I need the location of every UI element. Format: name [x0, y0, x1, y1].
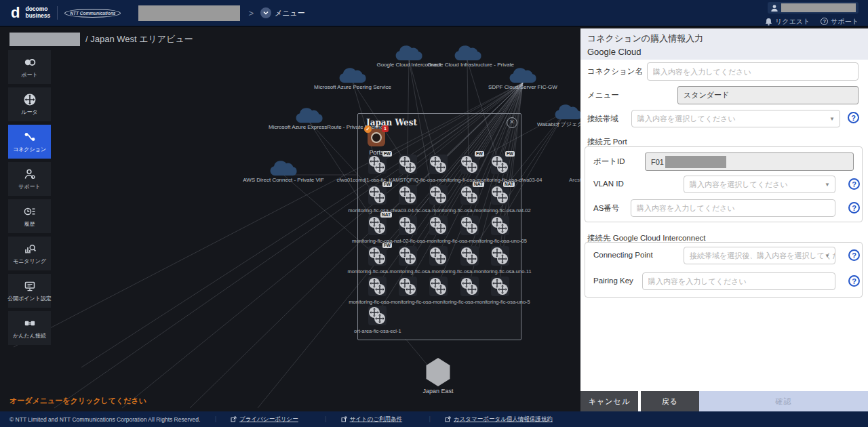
- personal-info-link[interactable]: カスタマーポータル個人情報保護規約: [445, 415, 553, 424]
- check-badge: ✓: [364, 125, 372, 133]
- as-number-label: AS番号: [593, 203, 619, 214]
- history-icon: [23, 205, 37, 218]
- connection-name-label: コネクション名: [587, 66, 643, 77]
- close-icon[interactable]: ✕: [507, 117, 517, 128]
- network-node[interactable]: [460, 277, 479, 296]
- docomo-business-logo: d docomo business: [11, 6, 50, 20]
- vlan-id-help-icon[interactable]: ?: [848, 178, 860, 190]
- back-button[interactable]: 戻る: [641, 391, 699, 411]
- privacy-policy-link[interactable]: プライバシーポリシー: [231, 415, 298, 424]
- cloud-oracle-private[interactable]: Oracle Cloud Infrastructure - Private: [427, 43, 509, 68]
- app-footer: © NTT Limited and NTT Communications Cor…: [0, 411, 868, 427]
- network-node[interactable]: [368, 277, 387, 296]
- menu-button[interactable]: メニュー: [260, 7, 305, 18]
- region-japan-west: Japan West ✕ ✓ 1 Ports FWFWFWcfwa01comdj…: [357, 113, 521, 340]
- japan-east-label: Japan East: [412, 388, 465, 394]
- sidebar-item-router[interactable]: ルータ: [8, 87, 51, 121]
- connecting-point-select[interactable]: 接続帯域を選択後、購入内容を選択してくだ ▼: [684, 247, 835, 264]
- as-number-input[interactable]: [631, 199, 835, 217]
- bell-icon: [765, 18, 772, 26]
- brand-docomo-line2: business: [25, 12, 50, 19]
- node-badge: NAT: [503, 182, 515, 187]
- network-node[interactable]: [399, 185, 417, 205]
- redacted-user-name: [781, 3, 856, 12]
- network-node[interactable]: FW: [368, 246, 387, 266]
- network-node[interactable]: FW: [491, 155, 509, 174]
- network-node[interactable]: [368, 306, 387, 325]
- port-icon: [23, 56, 37, 69]
- network-node[interactable]: [399, 216, 417, 235]
- cloud-azure-peering[interactable]: Microsoft Azure Peering Service: [312, 66, 393, 90]
- node-badge: FW: [505, 151, 515, 157]
- source-port-heading: 接続元 Port: [587, 137, 627, 147]
- network-node[interactable]: [491, 277, 509, 296]
- cloud-icon: [508, 66, 538, 83]
- bandwidth-help-icon[interactable]: ?: [848, 112, 859, 123]
- network-node[interactable]: FW: [460, 155, 479, 174]
- connection-name-input[interactable]: [647, 62, 859, 81]
- purchase-panel: コネクションの購入情報入力 Google Cloud コネクション名 メニュー …: [580, 28, 868, 411]
- connecting-point-help-icon[interactable]: ?: [848, 249, 860, 261]
- sidebar-item-support[interactable]: サポート: [8, 162, 51, 196]
- network-node[interactable]: [491, 246, 509, 266]
- sidebar-item-monitoring[interactable]: モニタリング: [8, 237, 51, 270]
- vlan-id-select[interactable]: 購入内容を選択してください ▼: [684, 176, 835, 193]
- request-link[interactable]: リクエスト: [765, 17, 810, 26]
- as-number-help-icon[interactable]: ?: [848, 202, 860, 214]
- network-node[interactable]: [399, 246, 417, 266]
- topology-canvas: / Japan West エリアビュー ポート ルータ コネクショ: [0, 28, 580, 411]
- cancel-button[interactable]: キャンセル: [580, 391, 638, 411]
- panel-title: コネクションの購入情報入力: [587, 33, 861, 45]
- caret-down-icon: ▼: [825, 182, 830, 188]
- port-id-label: ポートID: [593, 157, 625, 167]
- sidebar-item-public-point[interactable]: 公開ポイント設定: [8, 274, 51, 308]
- pairing-key-help-icon[interactable]: ?: [848, 275, 860, 287]
- sidebar-item-connection[interactable]: コネクション: [8, 125, 51, 159]
- cloud-icon: [338, 66, 368, 83]
- vlan-id-label: VLAN ID: [593, 180, 624, 188]
- panel-subtitle: Google Cloud: [587, 47, 861, 57]
- cloud-aws-direct-connect[interactable]: AWS Direct Connect - Private VIF: [243, 159, 324, 183]
- bandwidth-select[interactable]: 購入内容を選択してください ▼: [631, 110, 840, 127]
- network-node[interactable]: [429, 277, 448, 296]
- pairing-key-input[interactable]: [642, 272, 835, 290]
- network-node[interactable]: [429, 185, 448, 205]
- node-badge: FW: [382, 243, 392, 248]
- sidebar-item-port[interactable]: ポート: [8, 50, 51, 84]
- support-link[interactable]: ? サポート: [821, 17, 859, 26]
- network-node[interactable]: NAT: [460, 185, 479, 205]
- redacted-tenant-name: [138, 5, 240, 21]
- menu-field-label: メニュー: [587, 90, 619, 100]
- brand-docomo-line1: docomo: [25, 5, 47, 12]
- network-node[interactable]: FW: [368, 185, 387, 205]
- source-port-section: ポートID F01 VLAN ID 購入内容を選択してください ▼ ? AS番号…: [585, 146, 863, 222]
- node-row-label: monitoring-fic-osa-cfwa03-04-fic-osa-mon…: [348, 207, 530, 214]
- network-node[interactable]: NAT: [368, 216, 387, 235]
- brand-divider: [57, 6, 58, 20]
- network-node[interactable]: [429, 246, 448, 266]
- network-node[interactable]: FW: [368, 155, 387, 174]
- node-badge: FW: [382, 151, 392, 157]
- terms-link[interactable]: サイトのご利用条件: [341, 415, 403, 424]
- user-account[interactable]: [768, 2, 859, 14]
- network-node[interactable]: [429, 216, 448, 235]
- question-icon: ?: [821, 18, 828, 25]
- network-node[interactable]: [429, 155, 448, 174]
- cloud-icon: [294, 106, 324, 123]
- network-node[interactable]: [460, 216, 479, 235]
- cloud-wasabi[interactable]: Wasabiオブジェクトスト: [528, 102, 580, 128]
- network-node[interactable]: NAT: [491, 185, 509, 205]
- sidebar-item-history[interactable]: 履歴: [8, 199, 51, 233]
- port-id-value: F01: [645, 152, 854, 171]
- network-node[interactable]: [399, 155, 417, 174]
- confirm-button[interactable]: 確認: [699, 391, 868, 411]
- network-node[interactable]: [460, 246, 479, 266]
- cloud-icon: [553, 102, 580, 120]
- network-node[interactable]: [491, 216, 509, 235]
- ports-node[interactable]: ✓ 1: [368, 129, 385, 146]
- order-menu-sidebar: ポート ルータ コネクション サポート: [8, 50, 51, 345]
- cloud-sdpf-ficgw[interactable]: SDPF Cloud/Server FIC-GW: [482, 66, 564, 90]
- cloud-azure-expressroute[interactable]: Microsoft Azure ExpressRoute - Private P…: [269, 106, 350, 130]
- sidebar-item-easy-connect[interactable]: かんたん接続: [8, 311, 51, 345]
- network-node[interactable]: [399, 277, 417, 296]
